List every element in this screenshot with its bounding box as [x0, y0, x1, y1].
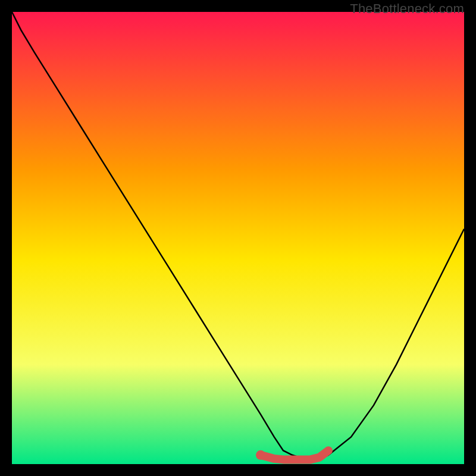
chart-frame: TheBottleneck.com — [0, 0, 476, 476]
gradient-background — [12, 12, 464, 464]
optimal-start-dot — [256, 450, 265, 460]
bottleneck-chart — [12, 12, 464, 464]
watermark-text: TheBottleneck.com — [350, 1, 464, 17]
